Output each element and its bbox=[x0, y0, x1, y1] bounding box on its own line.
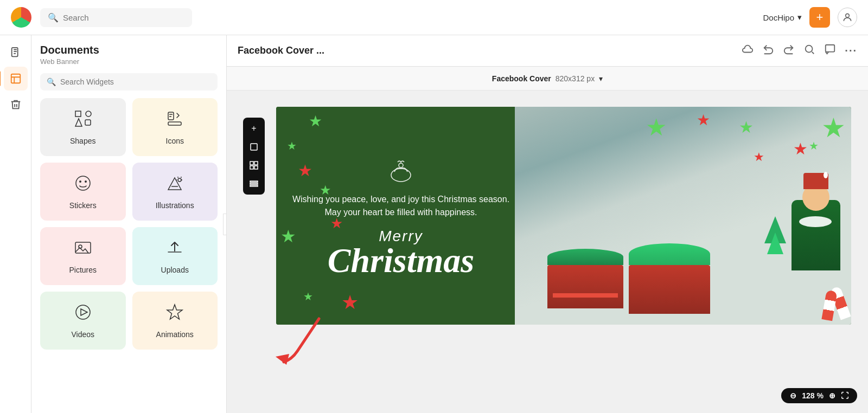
svg-point-13 bbox=[178, 178, 181, 182]
top-nav-right: DocHipo ▾ + bbox=[763, 7, 857, 28]
add-button[interactable]: + bbox=[809, 7, 830, 28]
illustrations-icon bbox=[165, 173, 184, 196]
redo-icon[interactable] bbox=[783, 43, 795, 58]
brand-name: DocHipo bbox=[763, 13, 794, 22]
sidebar-item-document[interactable] bbox=[4, 41, 28, 64]
icons-icon bbox=[165, 109, 184, 131]
top-nav: 🔍 DocHipo ▾ + bbox=[0, 0, 868, 35]
svg-rect-25 bbox=[250, 162, 253, 165]
svg-point-32 bbox=[391, 169, 411, 182]
more-options-icon[interactable]: ··· bbox=[845, 44, 857, 57]
stickers-icon bbox=[73, 173, 93, 196]
widget-card-stickers[interactable]: Stickers bbox=[40, 163, 126, 221]
sidebar-title: Documents bbox=[40, 44, 218, 56]
animations-label: Animations bbox=[156, 330, 194, 339]
search-doc-icon[interactable] bbox=[803, 43, 815, 58]
svg-point-4 bbox=[86, 111, 91, 117]
svg-rect-31 bbox=[250, 185, 258, 186]
widget-card-pictures[interactable]: Pictures bbox=[40, 227, 126, 285]
icon-bar bbox=[0, 35, 31, 413]
christmas-message: Wishing you peace, love, and joy this Ch… bbox=[287, 193, 515, 219]
user-icon[interactable] bbox=[838, 8, 857, 27]
pictures-icon bbox=[73, 238, 93, 260]
icons-label: Icons bbox=[166, 137, 184, 145]
zoom-level: 128 % bbox=[800, 391, 826, 400]
illustrations-label: Illustrations bbox=[156, 201, 194, 210]
christmas-pudding-icon bbox=[287, 156, 515, 189]
widget-search-bar[interactable]: 🔍 bbox=[40, 73, 218, 91]
svg-rect-6 bbox=[85, 120, 91, 125]
videos-icon bbox=[73, 302, 93, 325]
doc-actions: ··· bbox=[742, 43, 857, 58]
sidebar-item-template[interactable] bbox=[4, 67, 28, 91]
zoom-bar: ⊖ 128 % ⊕ ⛶ bbox=[781, 388, 857, 403]
svg-rect-27 bbox=[250, 166, 253, 169]
search-input[interactable] bbox=[63, 13, 184, 22]
widget-card-videos[interactable]: Videos bbox=[40, 292, 126, 350]
svg-rect-28 bbox=[254, 166, 258, 169]
uploads-label: Uploads bbox=[161, 266, 189, 274]
page-tool[interactable] bbox=[245, 138, 263, 156]
zoom-out-button[interactable]: ⊖ bbox=[788, 391, 799, 400]
svg-rect-7 bbox=[168, 112, 174, 120]
widget-grid: Shapes Icons bbox=[40, 98, 218, 350]
layers-tool[interactable] bbox=[245, 175, 263, 192]
videos-label: Videos bbox=[71, 330, 94, 339]
canvas-area[interactable]: + bbox=[227, 91, 868, 413]
svg-rect-24 bbox=[251, 144, 257, 150]
widget-sidebar: Documents Web Banner 🔍 Shapes bbox=[31, 35, 227, 413]
svg-point-10 bbox=[79, 180, 81, 183]
search-icon: 🔍 bbox=[48, 12, 59, 23]
doc-header: Facebook Cover ... bbox=[227, 35, 868, 67]
christmas-big-text: Christmas bbox=[287, 245, 515, 276]
christmas-left-panel: Wishing you peace, love, and joy this Ch… bbox=[276, 107, 526, 325]
sidebar-item-trash[interactable] bbox=[4, 93, 28, 117]
comment-icon[interactable] bbox=[824, 43, 836, 58]
size-bar: Facebook Cover 820x312 px ▾ bbox=[227, 67, 868, 91]
zoom-in-tool[interactable]: + bbox=[245, 120, 263, 137]
svg-rect-3 bbox=[75, 111, 81, 117]
svg-marker-21 bbox=[81, 309, 87, 315]
svg-rect-30 bbox=[250, 183, 258, 184]
undo-icon[interactable] bbox=[762, 43, 774, 58]
widget-card-illustrations[interactable]: Illustrations bbox=[132, 163, 218, 221]
christmas-right-panel bbox=[515, 107, 851, 325]
svg-rect-1 bbox=[11, 48, 17, 57]
collapse-sidebar-button[interactable]: ‹ bbox=[223, 214, 227, 235]
widget-card-animations[interactable]: Animations bbox=[132, 292, 218, 350]
size-dimensions: 820x312 px bbox=[556, 74, 595, 83]
zoom-in-button[interactable]: ⊕ bbox=[827, 391, 838, 400]
svg-point-33 bbox=[399, 163, 403, 167]
cloud-save-icon[interactable] bbox=[742, 43, 754, 58]
svg-rect-8 bbox=[168, 122, 181, 125]
svg-rect-2 bbox=[11, 74, 20, 83]
widget-card-uploads[interactable]: Uploads bbox=[132, 227, 218, 285]
christmas-text: Wishing you peace, love, and joy this Ch… bbox=[287, 156, 515, 276]
brand-dropdown[interactable]: DocHipo ▾ bbox=[763, 12, 802, 22]
sidebar-subtitle: Web Banner bbox=[40, 57, 218, 66]
fullscreen-button[interactable]: ⛶ bbox=[839, 391, 851, 400]
main-content: Facebook Cover ... bbox=[227, 35, 868, 413]
svg-point-11 bbox=[85, 180, 87, 183]
uploads-icon bbox=[165, 238, 184, 260]
svg-point-22 bbox=[806, 46, 813, 53]
svg-marker-34 bbox=[276, 354, 289, 365]
search-bar[interactable]: 🔍 bbox=[40, 8, 192, 27]
svg-rect-18 bbox=[75, 242, 91, 253]
svg-point-9 bbox=[76, 176, 90, 190]
size-dropdown-chevron[interactable]: ▾ bbox=[599, 74, 603, 83]
widget-search-icon: 🔍 bbox=[47, 78, 56, 86]
shapes-icon bbox=[73, 109, 93, 131]
pictures-label: Pictures bbox=[69, 266, 97, 274]
widget-card-icons[interactable]: Icons bbox=[132, 98, 218, 156]
brand-chevron: ▾ bbox=[797, 12, 802, 22]
grid-tool[interactable] bbox=[245, 157, 263, 174]
logo-icon[interactable] bbox=[11, 7, 31, 28]
widget-search-input[interactable] bbox=[60, 78, 211, 86]
svg-point-0 bbox=[846, 14, 850, 17]
shapes-label: Shapes bbox=[70, 137, 95, 145]
stickers-label: Stickers bbox=[69, 201, 97, 210]
widget-card-shapes[interactable]: Shapes bbox=[40, 98, 126, 156]
canvas-preview[interactable]: ★ ★ ★ ★ ★ ★ ★ ★ ★ ★ ★ ★ ★ ★ ★ bbox=[276, 107, 851, 325]
canvas-tools: + bbox=[243, 118, 265, 195]
